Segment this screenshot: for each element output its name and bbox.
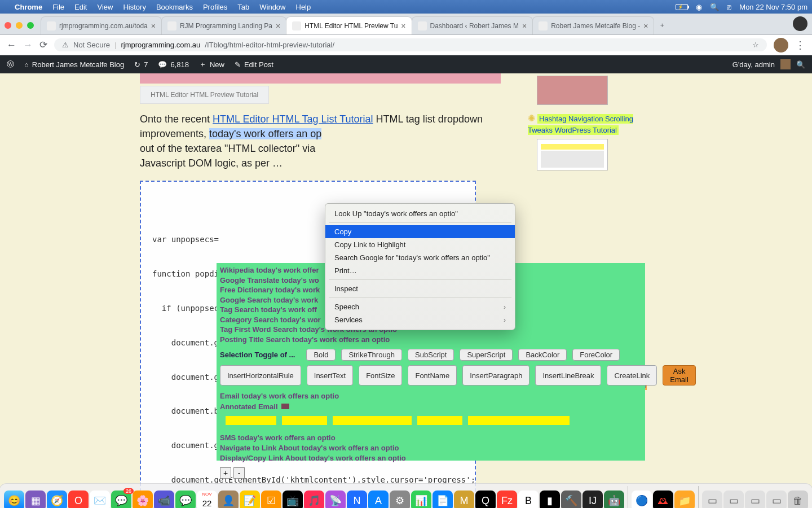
linebreak-button[interactable]: InsertLineBreak [535, 365, 601, 386]
dock-clock-icon[interactable]: 🕰 [653, 491, 673, 508]
sidebar-link-1[interactable]: Hashtag Navigation Scrolling Tweaks Word… [528, 114, 633, 135]
tab-close-icon[interactable]: × [151, 21, 156, 30]
battery-icon[interactable]: ⚡ [676, 4, 688, 10]
menubar-clock[interactable]: Mon 22 Nov 7:50 pm [739, 3, 807, 11]
ctx-print[interactable]: Print… [325, 264, 515, 277]
tab-5[interactable]: Robert James Metcalfe Blog -× [532, 16, 654, 34]
bold-button[interactable]: Bold [306, 349, 336, 361]
tab-4[interactable]: Dashboard ‹ Robert James M× [412, 16, 533, 34]
window-maximize-button[interactable] [27, 22, 34, 29]
chrome-menu-icon[interactable]: ⋮ [795, 39, 805, 51]
dock-reminders-icon[interactable]: ☑ [261, 491, 281, 508]
dock-appstore-icon[interactable]: A [368, 491, 389, 508]
dock-messages-icon[interactable]: 💬26 [111, 491, 131, 508]
superscript-button[interactable]: SuperScript [460, 349, 513, 361]
ctx-inspect[interactable]: Inspect [325, 282, 515, 295]
dock-mail-icon[interactable]: ✉️ [90, 491, 110, 508]
yellow-slot[interactable] [468, 416, 570, 425]
menubar-profiles[interactable]: Profiles [203, 3, 227, 11]
wp-logo-icon[interactable]: ⓦ [7, 59, 14, 69]
menubar-window[interactable]: Window [259, 3, 285, 11]
address-bar[interactable]: ⚠ Not Secure | rjmprogramming.com.au/ITb… [54, 38, 767, 51]
menubar-help[interactable]: Help [296, 3, 311, 11]
control-center-icon[interactable]: ⎚ [727, 3, 731, 11]
popup-link-sms[interactable]: SMS today's work offers an optio [220, 433, 642, 443]
dock-intellij-icon[interactable]: IJ [582, 491, 603, 508]
window-close-button[interactable] [5, 22, 11, 29]
yellow-slot[interactable] [417, 416, 462, 425]
dock-brackets-icon[interactable]: B [518, 491, 539, 508]
tab-close-icon[interactable]: × [276, 21, 280, 30]
wp-site-link[interactable]: ⌂Robert James Metcalfe Blog [24, 60, 124, 69]
body-link[interactable]: HTML Editor HTML Tag List Tutorial [213, 113, 373, 125]
insertpara-button[interactable]: InsertParagraph [462, 365, 529, 386]
dock-contacts-icon[interactable]: 👤 [218, 491, 239, 508]
yellow-slot[interactable] [333, 416, 412, 425]
dock-tv-icon[interactable]: 📺 [283, 491, 303, 508]
menubar-view[interactable]: View [97, 3, 113, 11]
wp-greeting[interactable]: G'day, admin [732, 60, 775, 69]
wp-edit[interactable]: ✎Edit Post [235, 60, 273, 69]
dock-finder-icon[interactable]: 😊 [4, 491, 24, 508]
dock-window-2[interactable]: ▭ [723, 491, 744, 508]
wp-avatar[interactable] [780, 59, 791, 69]
dock-prefs-icon[interactable]: ⚙ [390, 491, 410, 508]
dock-folder-icon[interactable]: 📁 [674, 491, 695, 508]
menubar-tab[interactable]: Tab [237, 3, 249, 11]
dock-launchpad-icon[interactable]: ▦ [25, 491, 46, 508]
popup-link-annotated[interactable]: Annotated Email [220, 402, 289, 412]
menubar-edit[interactable]: Edit [74, 3, 87, 11]
popup-link-display[interactable]: Display/Copy Link About today's work off… [220, 453, 642, 463]
dock-window-1[interactable]: ▭ [702, 491, 722, 508]
popup-link-title[interactable]: Posting Title Search today's work offers… [220, 335, 642, 345]
dock-music-icon[interactable]: 🎵 [304, 491, 324, 508]
dock-window-3[interactable]: ▭ [745, 491, 765, 508]
yellow-slot[interactable] [282, 416, 327, 425]
hr-button[interactable]: InsertHorizontalRule [220, 365, 301, 386]
dock-chrome-icon[interactable]: 🔵 [632, 491, 652, 508]
strike-button[interactable]: StrikeThrough [341, 349, 402, 361]
subscript-button[interactable]: SubScript [408, 349, 454, 361]
inserttext-button[interactable]: InsertText [307, 365, 353, 386]
dock-trash-icon[interactable]: 🗑 [788, 491, 808, 508]
dock-quicktime-icon[interactable]: Q [475, 491, 496, 508]
popup-link-email[interactable]: Email today's work offers an optio [220, 391, 642, 401]
wp-new[interactable]: ＋New [199, 59, 224, 69]
dock-numbers-icon[interactable]: 📊 [411, 491, 431, 508]
ctx-copy-link[interactable]: Copy Link to Highlight [325, 238, 515, 251]
dock-mamp-icon[interactable]: M [454, 491, 474, 508]
dock-news-icon[interactable]: N [347, 491, 367, 508]
wifi-icon[interactable]: ◉ [696, 3, 702, 11]
dock-facetime-icon[interactable]: 📹 [154, 491, 174, 508]
incognito-indicator-icon[interactable] [793, 16, 807, 31]
yellow-slot[interactable] [226, 416, 276, 425]
menubar-file[interactable]: File [52, 3, 64, 11]
tab-close-icon[interactable]: × [643, 21, 648, 30]
menubar-bookmarks[interactable]: Bookmarks [156, 3, 193, 11]
askemail-button[interactable]: Ask Email [663, 365, 696, 386]
sidebar-thumbnail[interactable] [537, 139, 608, 170]
popup-link-navigate[interactable]: Navigate to Link About today's work offe… [220, 443, 642, 453]
spotlight-icon[interactable]: 🔍 [710, 3, 719, 11]
tab-close-icon[interactable]: × [522, 21, 527, 30]
window-minimize-button[interactable] [16, 22, 23, 29]
fontsize-button[interactable]: FontSize [359, 365, 402, 386]
dock-safari-icon[interactable]: 🧭 [47, 491, 67, 508]
dock-window-4[interactable]: ▭ [766, 491, 787, 508]
createlink-button[interactable]: CreateLink [607, 365, 657, 386]
dock-podcasts-icon[interactable]: 📡 [325, 491, 346, 508]
profile-avatar[interactable] [774, 38, 788, 52]
tab-2[interactable]: RJM Programming Landing Pa× [161, 16, 286, 34]
dock-opera-icon[interactable]: O [68, 491, 89, 508]
menubar-app[interactable]: Chrome [15, 3, 42, 11]
dock-xcode-icon[interactable]: 🔨 [561, 491, 581, 508]
dock-notes-icon[interactable]: 📝 [240, 491, 260, 508]
wp-search-icon[interactable]: 🔍 [796, 60, 805, 69]
ctx-speech[interactable]: Speech› [325, 300, 515, 313]
new-tab-button[interactable]: + [654, 16, 670, 34]
reload-button[interactable]: ⟳ [39, 39, 47, 51]
ctx-lookup[interactable]: Look Up "today's work offers an optio" [325, 207, 515, 220]
backcolor-button[interactable]: BackColor [518, 349, 567, 361]
ctx-services[interactable]: Services› [325, 313, 515, 326]
back-button[interactable]: ← [7, 40, 16, 51]
